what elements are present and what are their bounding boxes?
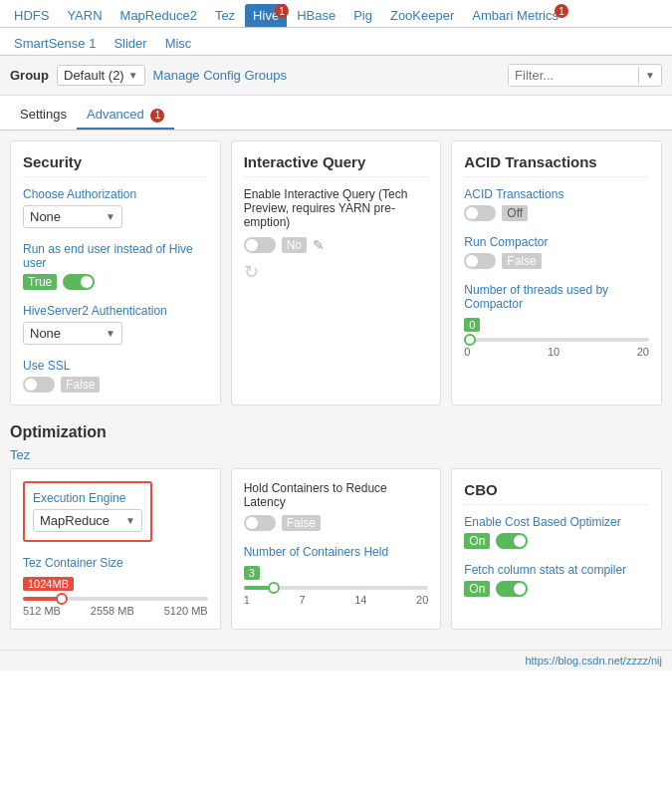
tab-slider[interactable]: Slider bbox=[106, 32, 154, 55]
enable-iq-toggle-row: No ✎ bbox=[244, 237, 429, 253]
hiveserver-select[interactable]: None ▼ bbox=[23, 322, 122, 345]
acid-title: ACID Transactions bbox=[464, 153, 649, 177]
tab-zookeeper[interactable]: ZooKeeper bbox=[382, 4, 462, 27]
use-ssl-toggle[interactable] bbox=[23, 377, 55, 393]
cards-row-1: Security Choose Authorization None ▼ Run… bbox=[10, 140, 662, 405]
choose-auth-arrow: ▼ bbox=[106, 211, 115, 222]
enable-cbo-toggle[interactable] bbox=[496, 533, 528, 549]
threads-thumb[interactable] bbox=[464, 334, 476, 346]
tab-pig[interactable]: Pig bbox=[345, 4, 380, 27]
tez-thumb[interactable] bbox=[56, 593, 68, 605]
exec-engine-label: Execution Engine bbox=[33, 491, 142, 505]
exec-engine-select[interactable]: MapReduce ▼ bbox=[33, 509, 142, 532]
threads-value: 0 bbox=[464, 318, 480, 332]
security-card: Security Choose Authorization None ▼ Run… bbox=[10, 140, 221, 405]
acid-toggle[interactable] bbox=[464, 205, 496, 221]
tez-container-value: 1024MB bbox=[23, 577, 74, 591]
hold-containers-label: Hold Containers to Reduce Latency bbox=[244, 481, 429, 509]
group-select-arrow: ▼ bbox=[128, 70, 138, 81]
tab-advanced[interactable]: Advanced 1 bbox=[77, 102, 174, 130]
main-content: Security Choose Authorization None ▼ Run… bbox=[0, 131, 672, 650]
refresh-icon[interactable]: ↻ bbox=[244, 261, 429, 283]
run-compactor-toggle[interactable] bbox=[464, 253, 496, 269]
threads-label: Number of threads used by Compactor bbox=[464, 283, 649, 311]
interactive-query-card: Interactive Query Enable Interactive Que… bbox=[231, 140, 442, 405]
cbo-title: CBO bbox=[464, 481, 649, 505]
group-select[interactable]: Default (2) ▼ bbox=[57, 65, 145, 86]
acid-toggle-row: Off bbox=[464, 205, 649, 221]
fetch-col-value: On bbox=[464, 581, 490, 597]
top-nav: HDFS YARN MapReduce2 Tez Hive 1 HBase Pi… bbox=[0, 0, 672, 28]
tab-hive[interactable]: Hive 1 bbox=[245, 4, 287, 27]
bottom-bar: https://blog.csdn.net/zzzz/nij bbox=[0, 650, 672, 671]
run-compactor-value: False bbox=[502, 253, 541, 269]
tab-hdfs[interactable]: HDFS bbox=[6, 4, 57, 27]
run-as-label: Run as end user instead of Hive user bbox=[23, 242, 208, 270]
ambari-metrics-badge: 1 bbox=[555, 4, 568, 18]
enable-cbo-toggle-row: On bbox=[464, 533, 649, 549]
exec-engine-highlight: Execution Engine MapReduce ▼ bbox=[23, 481, 152, 542]
num-labels: 1 7 14 20 bbox=[244, 594, 429, 606]
threads-labels: 0 10 20 bbox=[464, 346, 649, 358]
run-as-value: True bbox=[23, 274, 57, 290]
num-track bbox=[244, 586, 429, 590]
tab-settings[interactable]: Settings bbox=[10, 102, 77, 130]
hiveserver-label: HiveServer2 Authentication bbox=[23, 304, 208, 318]
tab-yarn[interactable]: YARN bbox=[59, 4, 110, 27]
run-as-toggle[interactable] bbox=[63, 274, 95, 290]
advanced-badge: 1 bbox=[150, 109, 164, 123]
tab-ambari-metrics[interactable]: Ambari Metrics 1 bbox=[464, 4, 566, 27]
num-containers-slider: 3 1 7 14 20 bbox=[244, 565, 429, 606]
cbo-card: CBO Enable Cost Based Optimizer On Fetch… bbox=[451, 468, 662, 630]
enable-cbo-value: On bbox=[464, 533, 490, 549]
hive-badge: 1 bbox=[275, 4, 289, 18]
hold-containers-toggle[interactable] bbox=[244, 515, 276, 531]
second-nav: SmartSense 1 Slider Misc bbox=[0, 28, 672, 56]
threads-slider: 0 0 10 20 bbox=[464, 317, 649, 358]
tez-labels: 512 MB 2558 MB 5120 MB bbox=[23, 605, 208, 617]
enable-cbo-label: Enable Cost Based Optimizer bbox=[464, 515, 649, 529]
filter-arrow[interactable]: ▼ bbox=[638, 67, 661, 84]
filter-input[interactable] bbox=[509, 65, 638, 86]
tab-smartsense[interactable]: SmartSense 1 bbox=[6, 32, 104, 55]
fetch-col-toggle-row: On bbox=[464, 581, 649, 597]
tez-container-slider: 1024MB 512 MB 2558 MB 5120 MB bbox=[23, 576, 208, 617]
acid-transactions-card: ACID Transactions ACID Transactions Off … bbox=[451, 140, 662, 405]
tab-hbase[interactable]: HBase bbox=[289, 4, 343, 27]
group-bar: Group Default (2) ▼ Manage Config Groups… bbox=[0, 56, 672, 96]
smartsense-badge: 1 bbox=[89, 36, 96, 51]
tab-mapreduce2[interactable]: MapReduce2 bbox=[112, 4, 205, 27]
fetch-col-toggle[interactable] bbox=[496, 581, 528, 597]
hold-containers-toggle-row: False bbox=[244, 515, 429, 531]
tez-fill bbox=[23, 597, 60, 601]
hiveserver-arrow: ▼ bbox=[106, 328, 115, 339]
num-containers-label: Number of Containers Held bbox=[244, 545, 429, 559]
run-compactor-label: Run Compactor bbox=[464, 235, 649, 249]
hold-containers-card: Hold Containers to Reduce Latency False … bbox=[231, 468, 442, 630]
manage-config-groups-link[interactable]: Manage Config Groups bbox=[153, 68, 287, 83]
tez-container-label: Tez Container Size bbox=[23, 556, 208, 570]
use-ssl-toggle-row: False bbox=[23, 377, 208, 393]
acid-label: ACID Transactions bbox=[464, 187, 649, 201]
num-thumb[interactable] bbox=[268, 582, 280, 594]
execution-engine-card: Execution Engine MapReduce ▼ Tez Contain… bbox=[10, 468, 221, 630]
security-title: Security bbox=[23, 153, 208, 177]
choose-auth-label: Choose Authorization bbox=[23, 187, 208, 201]
tez-track bbox=[23, 597, 208, 601]
enable-iq-value: No bbox=[282, 237, 307, 253]
tab-tez[interactable]: Tez bbox=[207, 4, 243, 27]
enable-iq-label: Enable Interactive Query (Tech Preview, … bbox=[244, 187, 429, 229]
tab-misc[interactable]: Misc bbox=[157, 32, 200, 55]
edit-icon[interactable]: ✎ bbox=[313, 237, 325, 253]
filter-input-container: ▼ bbox=[508, 64, 662, 87]
acid-value: Off bbox=[502, 205, 528, 221]
run-compactor-toggle-row: False bbox=[464, 253, 649, 269]
use-ssl-label: Use SSL bbox=[23, 359, 208, 373]
url-text: https://blog.csdn.net/zzzz/nij bbox=[525, 655, 662, 667]
choose-auth-select[interactable]: None ▼ bbox=[23, 205, 122, 228]
hold-containers-value: False bbox=[282, 515, 321, 531]
fetch-col-label: Fetch column stats at compiler bbox=[464, 563, 649, 577]
sub-tabs: Settings Advanced 1 bbox=[0, 96, 672, 131]
enable-iq-toggle[interactable] bbox=[244, 237, 276, 253]
tez-sub-header: Tez bbox=[10, 445, 662, 468]
